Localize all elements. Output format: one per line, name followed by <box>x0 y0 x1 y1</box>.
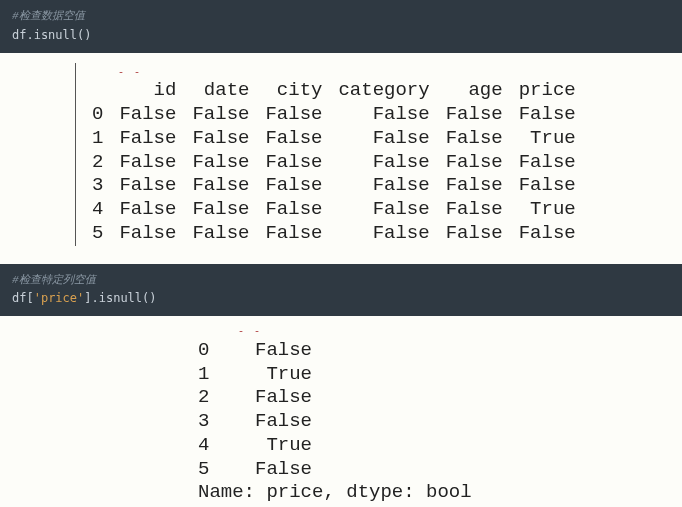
code-line-2: df['price'].isnull() <box>12 289 670 308</box>
series-row: 4 True <box>198 434 682 458</box>
cell: True <box>511 127 584 151</box>
col-id: id <box>111 79 184 103</box>
code-str: 'price' <box>34 291 85 305</box>
row-index: 3 <box>84 174 111 198</box>
cell: False <box>111 151 184 175</box>
cell: False <box>330 222 437 246</box>
cell: False <box>438 127 511 151</box>
table-row: 3FalseFalseFalseFalseFalseFalse <box>84 174 584 198</box>
cell: False <box>438 198 511 222</box>
code-post: ].isnull() <box>84 291 156 305</box>
cell: False <box>184 198 257 222</box>
output-block-2: - - 0 False1 True2 False3 False4 True5 F… <box>0 316 682 507</box>
cell: False <box>511 222 584 246</box>
code-comment-2: #检查特定列空值 <box>12 272 670 290</box>
series-footer: Name: price, dtype: bool <box>198 481 682 505</box>
cell: False <box>184 174 257 198</box>
cell: False <box>257 174 330 198</box>
cell: False <box>184 103 257 127</box>
series-row: 2 False <box>198 386 682 410</box>
cell: False <box>511 174 584 198</box>
cell: False <box>511 103 584 127</box>
cell: False <box>330 151 437 175</box>
row-index: 5 <box>84 222 111 246</box>
cell: False <box>257 103 330 127</box>
cell: False <box>511 151 584 175</box>
cell: True <box>511 198 584 222</box>
cell: False <box>257 151 330 175</box>
cell: False <box>111 127 184 151</box>
cell: False <box>184 222 257 246</box>
code-line-1: df.isnull() <box>12 26 670 45</box>
col-category: category <box>330 79 437 103</box>
row-index: 4 <box>84 198 111 222</box>
series-row: 1 True <box>198 363 682 387</box>
code-block-1: #检查数据空值 df.isnull() <box>0 0 682 53</box>
tiny-mark-1: - - <box>84 67 682 80</box>
table-header-row: id date city category age price <box>84 79 584 103</box>
output-block-1: - - id date city category age price 0Fal… <box>0 53 682 264</box>
code-pre: df[ <box>12 291 34 305</box>
series-row: 5 False <box>198 458 682 482</box>
col-age: age <box>438 79 511 103</box>
cell: False <box>111 222 184 246</box>
cell: False <box>330 174 437 198</box>
cell: False <box>438 103 511 127</box>
tiny-mark-2: - - <box>238 326 682 339</box>
series-body: 0 False1 True2 False3 False4 True5 False <box>198 339 682 482</box>
cell: False <box>438 151 511 175</box>
row-index: 2 <box>84 151 111 175</box>
series-row: 3 False <box>198 410 682 434</box>
cell: False <box>438 174 511 198</box>
cell: False <box>184 151 257 175</box>
cell: False <box>330 127 437 151</box>
isnull-table: id date city category age price 0FalseFa… <box>84 79 584 245</box>
table-row: 1FalseFalseFalseFalseFalseTrue <box>84 127 584 151</box>
table-row: 4FalseFalseFalseFalseFalseTrue <box>84 198 584 222</box>
cell: False <box>111 174 184 198</box>
cell: False <box>111 198 184 222</box>
table-row: 5FalseFalseFalseFalseFalseFalse <box>84 222 584 246</box>
cell: False <box>257 222 330 246</box>
cell: False <box>438 222 511 246</box>
cell: False <box>330 103 437 127</box>
table-row: 2FalseFalseFalseFalseFalseFalse <box>84 151 584 175</box>
col-date: date <box>184 79 257 103</box>
table-row: 0FalseFalseFalseFalseFalseFalse <box>84 103 584 127</box>
table-header-index <box>84 79 111 103</box>
cell: False <box>257 127 330 151</box>
cell: False <box>184 127 257 151</box>
code-block-2: #检查特定列空值 df['price'].isnull() <box>0 264 682 317</box>
col-city: city <box>257 79 330 103</box>
row-index: 0 <box>84 103 111 127</box>
cell: False <box>330 198 437 222</box>
series-row: 0 False <box>198 339 682 363</box>
cell: False <box>111 103 184 127</box>
cell: False <box>257 198 330 222</box>
code-comment-1: #检查数据空值 <box>12 8 670 26</box>
col-price: price <box>511 79 584 103</box>
output-inner-1: - - id date city category age price 0Fal… <box>75 63 682 246</box>
row-index: 1 <box>84 127 111 151</box>
